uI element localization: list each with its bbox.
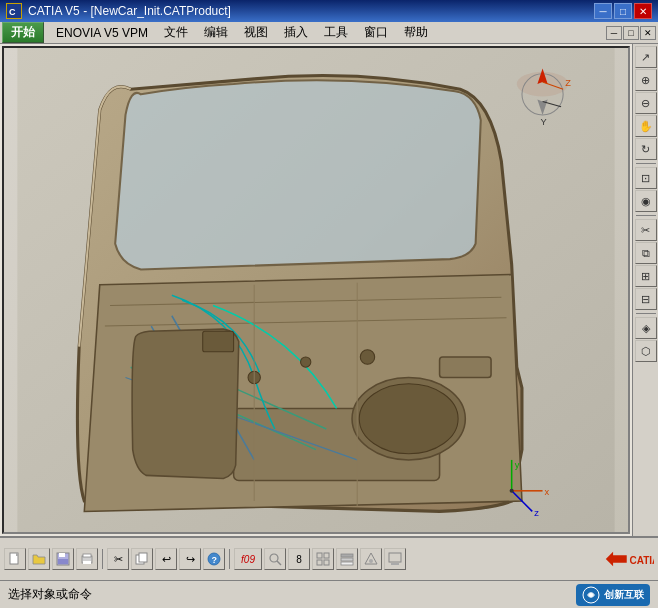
- svg-rect-16: [203, 331, 234, 352]
- app-icon: C: [6, 3, 22, 19]
- svg-rect-53: [341, 558, 353, 561]
- menu-help[interactable]: 帮助: [396, 22, 436, 43]
- menu-minimize-button[interactable]: ─: [606, 26, 622, 40]
- menu-bar: 开始 ENOVIA V5 VPM 文件 编辑 视图 插入 工具 窗口 帮助 ─ …: [0, 22, 658, 44]
- title-bar: C CATIA V5 - [NewCar_Init.CATProduct] ─ …: [0, 0, 658, 22]
- svg-text:x: x: [545, 487, 550, 497]
- svg-rect-54: [341, 562, 353, 565]
- svg-point-5: [359, 384, 458, 454]
- bt-sep-1: [102, 549, 103, 569]
- bt-cut-btn[interactable]: ✂: [107, 548, 129, 570]
- svg-rect-41: [83, 561, 91, 564]
- menu-file[interactable]: 文件: [156, 22, 196, 43]
- svg-text:C: C: [9, 7, 16, 17]
- svg-rect-43: [139, 553, 147, 562]
- svg-point-46: [270, 554, 278, 562]
- bt-redo-btn[interactable]: ↪: [179, 548, 201, 570]
- svg-marker-59: [606, 552, 627, 567]
- bt-save-btn[interactable]: [52, 548, 74, 570]
- rt-separator-2: [636, 215, 656, 216]
- bt-undo-btn[interactable]: ↩: [155, 548, 177, 570]
- rt-zoom-in-btn[interactable]: ⊕: [635, 69, 657, 91]
- svg-rect-58: [391, 563, 399, 565]
- rt-separator-3: [636, 313, 656, 314]
- svg-text:z: z: [534, 508, 539, 518]
- rt-measure-btn[interactable]: ⊟: [635, 288, 657, 310]
- svg-rect-38: [58, 559, 68, 564]
- status-bar: 选择对象或命令 创新互联: [0, 580, 658, 608]
- svg-point-33: [510, 489, 514, 493]
- status-text: 选择对象或命令: [8, 586, 92, 603]
- bt-copy-btn[interactable]: [131, 548, 153, 570]
- svg-rect-57: [389, 553, 401, 562]
- rt-copy-btn[interactable]: ⧉: [635, 242, 657, 264]
- rt-render-btn[interactable]: ⬡: [635, 340, 657, 362]
- menu-maximize-button[interactable]: □: [623, 26, 639, 40]
- rt-separator-1: [636, 163, 656, 164]
- bt-open-btn[interactable]: [28, 548, 50, 570]
- watermark-icon: [582, 586, 600, 604]
- start-menu-button[interactable]: 开始: [2, 22, 44, 43]
- menu-insert[interactable]: 插入: [276, 22, 316, 43]
- right-toolbar: ↗ ⊕ ⊖ ✋ ↻ ⊡ ◉ ✂ ⧉ ⊞ ⊟ ◈ ⬡: [632, 44, 658, 536]
- menu-close-button[interactable]: ✕: [640, 26, 656, 40]
- title-text: CATIA V5 - [NewCar_Init.CATProduct]: [28, 4, 594, 18]
- menu-edit[interactable]: 编辑: [196, 22, 236, 43]
- svg-rect-40: [83, 554, 91, 557]
- svg-point-14: [301, 357, 311, 367]
- watermark: 创新互联: [576, 584, 650, 606]
- bt-print-btn[interactable]: [76, 548, 98, 570]
- rt-analyze-btn[interactable]: ◈: [635, 317, 657, 339]
- svg-text:Y: Y: [540, 117, 546, 127]
- bottom-toolbar: ✂ ↩ ↪ ? f09 8 CATIA: [0, 536, 658, 580]
- viewport-inner: Z Y x y z: [4, 48, 628, 532]
- bt-sep-2: [229, 549, 230, 569]
- svg-rect-51: [324, 560, 329, 565]
- svg-rect-48: [317, 553, 322, 558]
- menu-tools[interactable]: 工具: [316, 22, 356, 43]
- maximize-button[interactable]: □: [614, 3, 632, 19]
- svg-marker-35: [16, 553, 18, 556]
- bt-render-btn[interactable]: [360, 548, 382, 570]
- bt-zoom-btn[interactable]: [264, 548, 286, 570]
- rt-grid-btn[interactable]: ⊞: [635, 265, 657, 287]
- bt-snap-btn[interactable]: [384, 548, 406, 570]
- catia-logo: CATIA: [604, 544, 654, 574]
- rt-rotate-btn[interactable]: ↻: [635, 138, 657, 160]
- svg-text:?: ?: [212, 555, 218, 565]
- menu-view[interactable]: 视图: [236, 22, 276, 43]
- svg-text:y: y: [515, 460, 520, 470]
- svg-rect-52: [341, 554, 353, 557]
- rt-cut-btn[interactable]: ✂: [635, 219, 657, 241]
- car-door-model: Z Y x y z: [4, 48, 628, 532]
- watermark-text: 创新互联: [604, 588, 644, 602]
- svg-line-47: [277, 561, 281, 565]
- svg-text:Z: Z: [565, 78, 571, 88]
- svg-rect-49: [324, 553, 329, 558]
- rt-fit-btn[interactable]: ⊡: [635, 167, 657, 189]
- svg-text:CATIA: CATIA: [629, 555, 654, 566]
- menu-enovia[interactable]: ENOVIA V5 VPM: [48, 24, 156, 42]
- viewport[interactable]: Z Y x y z: [2, 46, 630, 534]
- rt-select-btn[interactable]: ↗: [635, 46, 657, 68]
- rt-normal-btn[interactable]: ◉: [635, 190, 657, 212]
- main-layout: Z Y x y z ↗ ⊕ ⊖ ✋: [0, 44, 658, 536]
- bt-level-btn[interactable]: 8: [288, 548, 310, 570]
- menu-window[interactable]: 窗口: [356, 22, 396, 43]
- minimize-button[interactable]: ─: [594, 3, 612, 19]
- bt-layers-btn[interactable]: [336, 548, 358, 570]
- svg-rect-6: [440, 357, 491, 378]
- window-controls: ─ □ ✕: [594, 3, 652, 19]
- svg-rect-50: [317, 560, 322, 565]
- close-button[interactable]: ✕: [634, 3, 652, 19]
- rt-zoom-out-btn[interactable]: ⊖: [635, 92, 657, 114]
- bt-formula-btn[interactable]: f09: [234, 548, 262, 570]
- rt-pan-btn[interactable]: ✋: [635, 115, 657, 137]
- bt-grid-btn[interactable]: [312, 548, 334, 570]
- svg-point-62: [589, 593, 593, 597]
- svg-point-56: [369, 559, 373, 563]
- menu-window-controls: ─ □ ✕: [606, 26, 656, 40]
- bt-help-btn[interactable]: ?: [203, 548, 225, 570]
- svg-rect-37: [59, 553, 65, 557]
- bt-new-btn[interactable]: [4, 548, 26, 570]
